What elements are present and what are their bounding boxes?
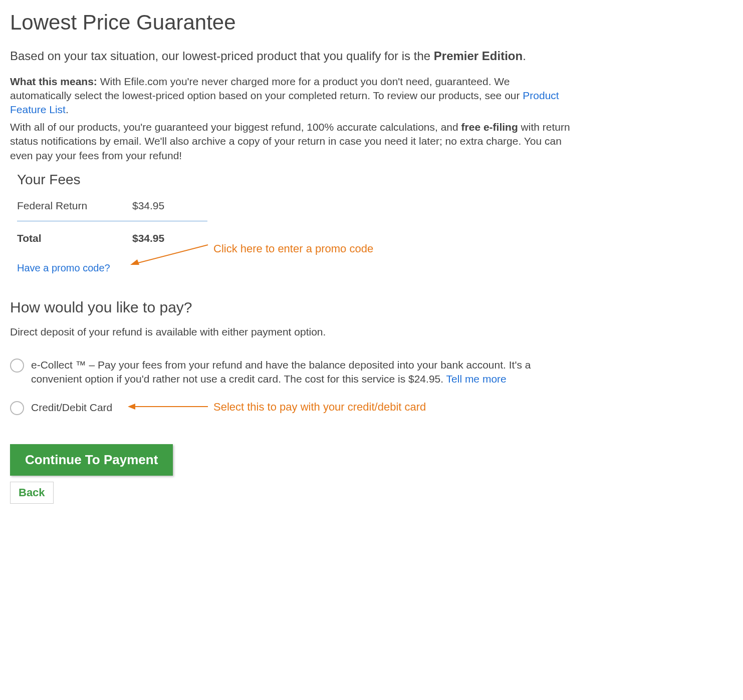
lead-prefix: Based on your tax situation, our lowest-… xyxy=(10,49,434,63)
fees-total-label: Total xyxy=(17,232,132,244)
pay-title: How would you like to pay? xyxy=(10,299,571,316)
arrow-icon xyxy=(125,402,210,412)
option2-text: Credit/Debit Card xyxy=(31,402,112,413)
tell-me-more-link[interactable]: Tell me more xyxy=(446,373,507,385)
continue-button[interactable]: Continue To Payment xyxy=(10,444,173,476)
svg-line-0 xyxy=(134,245,208,264)
fees-separator xyxy=(17,221,207,221)
payment-option-ecollect: e-Collect ™ – Pay your fees from your re… xyxy=(10,358,571,387)
callout-card-text: Select this to pay with your credit/debi… xyxy=(213,400,426,415)
what-means-label: What this means: xyxy=(10,76,97,87)
fees-section: Your Fees Federal Return $34.95 Total $3… xyxy=(10,172,571,274)
radio-ecollect-label: e-Collect ™ – Pay your fees from your re… xyxy=(31,358,571,387)
callout-card: Select this to pay with your credit/debi… xyxy=(125,400,426,415)
guarantee-bold: free e-filing xyxy=(461,121,518,133)
svg-marker-3 xyxy=(128,404,135,410)
guarantee-paragraph: With all of our products, you're guarant… xyxy=(10,120,571,163)
lead-product: Premier Edition xyxy=(434,49,523,63)
callout-promo: Click here to enter a promo code xyxy=(125,240,373,270)
arrow-icon xyxy=(125,240,210,270)
what-means-paragraph: What this means: With Efile.com you're n… xyxy=(10,75,571,117)
fees-row-federal: Federal Return $34.95 xyxy=(17,197,212,221)
svg-marker-1 xyxy=(130,259,139,265)
page-title: Lowest Price Guarantee xyxy=(10,10,571,35)
radio-card[interactable] xyxy=(10,401,24,415)
lead-paragraph: Based on your tax situation, our lowest-… xyxy=(10,48,571,64)
what-means-tail: . xyxy=(66,104,69,115)
fees-row-value: $34.95 xyxy=(132,200,164,212)
radio-ecollect[interactable] xyxy=(10,359,24,373)
lead-suffix: . xyxy=(523,49,526,63)
fees-row-label: Federal Return xyxy=(17,200,132,212)
pay-desc: Direct deposit of your refund is availab… xyxy=(10,326,571,338)
back-button[interactable]: Back xyxy=(10,482,54,504)
fees-title: Your Fees xyxy=(17,172,571,188)
callout-promo-text: Click here to enter a promo code xyxy=(213,242,373,255)
guarantee-prefix: With all of our products, you're guarant… xyxy=(10,121,461,133)
promo-code-link[interactable]: Have a promo code? xyxy=(17,262,110,274)
payment-option-card: Credit/Debit Card Select this to pay wit… xyxy=(10,401,571,415)
